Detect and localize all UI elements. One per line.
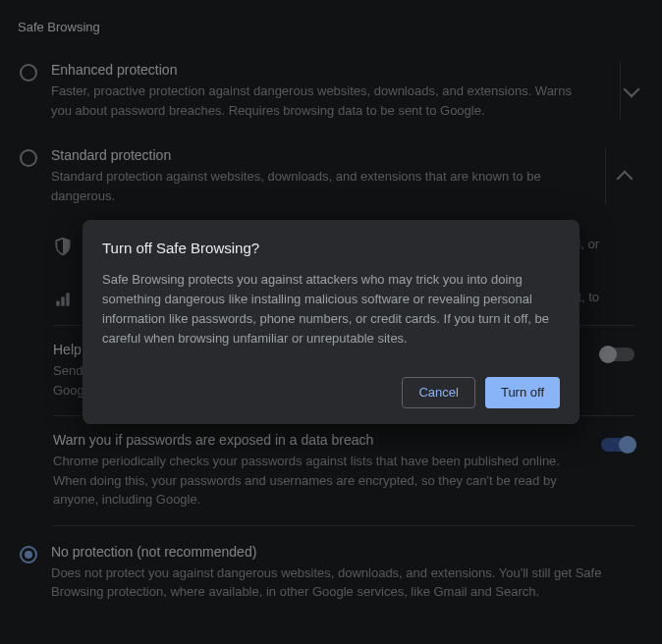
collapse-standard[interactable] [605,147,642,205]
toggle-desc: Chrome periodically checks your password… [53,452,587,510]
toggle-help-improve[interactable] [601,348,634,361]
option-no-protection[interactable]: No protection (not recommended) Does not… [20,526,642,616]
option-title: No protection (not recommended) [51,544,634,560]
svg-rect-1 [61,297,64,306]
option-enhanced[interactable]: Enhanced protection Faster, proactive pr… [20,48,642,134]
expand-enhanced[interactable] [620,62,642,120]
svg-rect-0 [56,301,59,306]
option-title: Enhanced protection [51,62,592,78]
chevron-up-icon [616,170,633,187]
option-desc: Faster, proactive protection against dan… [51,81,592,120]
cancel-button[interactable]: Cancel [402,377,474,408]
dialog-title: Turn off Safe Browsing? [102,240,560,256]
bars-icon [53,290,73,309]
shield-icon [53,237,73,256]
toggle-row-warn-passwords: Warn you if passwords are exposed in a d… [53,416,634,525]
option-standard[interactable]: Standard protection Standard protection … [20,134,642,219]
turn-off-button[interactable]: Turn off [485,377,560,408]
section-title-safe-browsing: Safe Browsing [18,20,646,34]
dialog-body: Safe Browsing protects you against attac… [102,270,560,349]
radio-no-protection[interactable] [20,546,37,564]
radio-standard[interactable] [20,149,37,167]
svg-rect-2 [66,293,69,305]
toggle-warn-passwords[interactable] [601,438,634,452]
option-desc: Standard protection against websites, do… [51,167,578,205]
dialog-turn-off-safe-browsing: Turn off Safe Browsing? Safe Browsing pr… [83,220,579,424]
option-desc: Does not protect you against dangerous w… [51,564,634,602]
radio-enhanced[interactable] [20,64,37,81]
chevron-down-icon [623,80,639,97]
option-title: Standard protection [51,147,578,163]
toggle-title: Warn you if passwords are exposed in a d… [53,432,587,448]
